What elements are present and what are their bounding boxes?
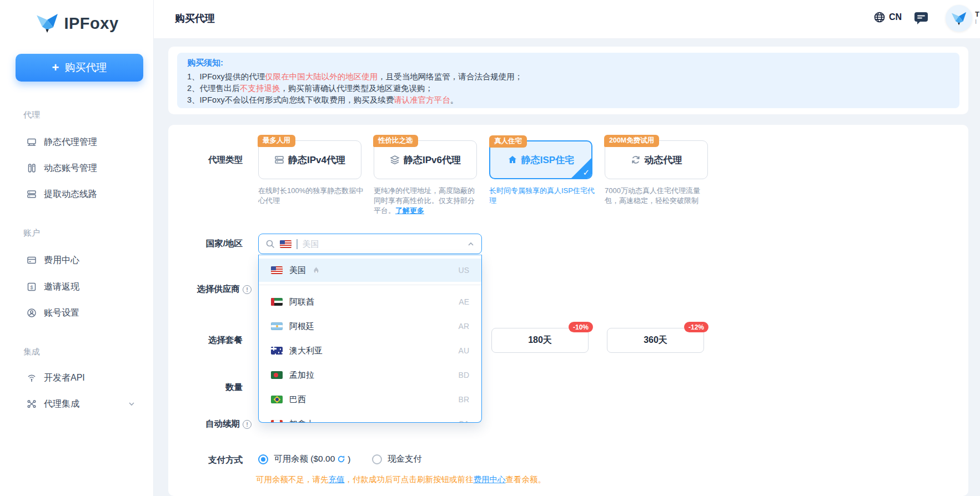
country-option-ca[interactable]: 加拿大 CA (259, 412, 481, 423)
main-content: 购买须知: 1、IPFoxy提供的代理仅限在中国大陆以外的地区使用，且受当地网络… (154, 39, 980, 496)
refresh-icon[interactable] (337, 455, 345, 463)
sidebar-item-invite-rebate[interactable]: $ 邀请返现 (27, 278, 143, 296)
country-option-au[interactable]: 澳大利亚 AU (259, 338, 481, 363)
country-option-ae[interactable]: 阿联酋 AE (259, 290, 481, 314)
sidebar-item-label: 账号设置 (44, 307, 79, 319)
proxy-type-name: 动态代理 (645, 154, 682, 166)
sidebar-item-label: 提取动态线路 (44, 189, 97, 200)
balance-option-label: 可用余额 ($0.00 ) (274, 453, 350, 465)
text-cursor (296, 239, 298, 249)
sidebar-item-static-proxy-mgmt[interactable]: 静态代理管理 (27, 133, 143, 151)
sidebar-item-label: 开发者API (44, 372, 85, 384)
sidebar-section-account: 账户 (23, 228, 40, 239)
fox-logo-icon (35, 13, 59, 33)
language-switcher[interactable]: CN (873, 11, 902, 23)
proxy-type-static-ipv4[interactable]: 最多人用 静态IPv4代理 (258, 140, 361, 179)
card-icon (27, 255, 37, 265)
country-option-ar[interactable]: 阿根廷 AR (259, 314, 481, 338)
plan-360-days[interactable]: 360天 -12% (607, 328, 704, 353)
country-option-bd[interactable]: 孟加拉 BD (259, 363, 481, 387)
label-quantity: 数量 (168, 382, 243, 393)
language-code: CN (889, 12, 902, 22)
clipped-user-text: T I (975, 10, 980, 32)
label-auto-renew: 自动续期 ! (168, 418, 252, 430)
chat-icon (913, 11, 929, 26)
sidebar-item-billing-center[interactable]: 费用中心 (27, 251, 143, 269)
brand-logo[interactable]: IPFoxy (0, 13, 154, 33)
brand-name: IPFoxy (64, 14, 118, 33)
info-icon[interactable]: ! (243, 285, 252, 294)
user-avatar[interactable] (946, 5, 972, 32)
info-icon[interactable]: ! (243, 420, 252, 429)
ae-flag-icon (271, 298, 283, 306)
label-region: 国家/地区 (168, 238, 243, 250)
search-icon (265, 239, 275, 249)
discount-badge: -12% (684, 322, 708, 332)
sidebar-item-extract-dynamic-lines[interactable]: 提取动态线路 (27, 185, 143, 203)
learn-more-link[interactable]: 了解更多 (395, 206, 424, 215)
ribbon-badge: 性价比之选 (373, 135, 418, 147)
sidebar-item-account-settings[interactable]: 账号设置 (27, 304, 143, 322)
proxy-type-name: 静态ISP住宅 (521, 154, 574, 166)
proxy-type-static-ipv6[interactable]: 性价比之选 静态IPv6代理 (374, 140, 477, 179)
payment-balance-option[interactable]: 可用余额 ($0.00 ) (258, 453, 350, 465)
country-dropdown: 美国 US 阿联酋 AE 阿根廷 AR (258, 255, 482, 423)
recharge-link[interactable]: 充值 (329, 475, 345, 484)
ar-flag-icon (271, 322, 283, 330)
proxy-type-static-isp[interactable]: 真人住宅 静态ISP住宅 ✓ (489, 140, 592, 179)
country-option-us[interactable]: 美国 US (259, 259, 481, 282)
ribbon-badge: 真人住宅 (489, 135, 527, 148)
radio-unselected-icon[interactable] (372, 454, 382, 464)
sidebar-item-developer-api[interactable]: 开发者API (27, 369, 143, 387)
cash-option-label: 现金支付 (388, 453, 422, 465)
plan-180-days[interactable]: 180天 -10% (491, 328, 589, 353)
page-title: 购买代理 (175, 12, 215, 25)
proxy-type-name: 静态IPv6代理 (404, 154, 461, 166)
sidebar-item-label: 动态账号管理 (44, 163, 97, 174)
server-stack-icon (274, 155, 284, 165)
radio-selected-icon[interactable] (258, 454, 268, 464)
billing-center-link[interactable]: 费用中心 (474, 475, 506, 484)
us-flag-icon (280, 240, 292, 248)
sidebar-item-label: 邀请返现 (44, 281, 79, 293)
sidebar: IPFoxy + 购买代理 代理 静态代理管理 动态账号管理 提取动态线路 账户… (0, 0, 154, 496)
au-flag-icon (271, 347, 283, 355)
proxy-type-name: 静态IPv4代理 (288, 154, 345, 166)
sidebar-item-dynamic-account-mgmt[interactable]: 动态账号管理 (27, 159, 143, 177)
payment-cash-option[interactable]: 现金支付 (372, 453, 422, 465)
proxy-type-desc: 长时间专属独享的真人ISP住宅代理 (489, 186, 596, 206)
svg-text:$: $ (30, 285, 33, 290)
balance-warning: 可用余额不足，请先充值，付款成功后可点击刷新按钮或前往费用中心查看余额。 (256, 474, 546, 485)
region-search-input[interactable] (303, 239, 463, 249)
country-option-br[interactable]: 巴西 BR (259, 387, 481, 412)
chevron-up-icon[interactable] (467, 240, 475, 248)
device-icon (27, 137, 37, 147)
buy-proxy-button[interactable]: + 购买代理 (16, 54, 143, 82)
flame-icon (313, 266, 320, 274)
label-provider: 选择供应商 ! (168, 284, 252, 295)
integration-nodes-icon (27, 399, 37, 409)
check-icon: ✓ (582, 168, 590, 178)
sidebar-item-label: 静态代理管理 (44, 136, 97, 148)
br-flag-icon (271, 396, 283, 403)
purchase-notice-card: 购买须知: 1、IPFoxy提供的代理仅限在中国大陆以外的地区使用，且受当地网络… (168, 47, 968, 114)
label-proxy-type: 代理类型 (168, 154, 243, 166)
proxy-type-dynamic[interactable]: 200M免费试用 动态代理 (605, 140, 708, 179)
bd-flag-icon (271, 371, 283, 379)
globe-icon (873, 11, 886, 23)
proxy-type-desc: 更纯净的代理地址，高度隐蔽的同时享有高性价比。仅支持部分平台。了解更多 (374, 186, 480, 216)
sidebar-item-label: 费用中心 (44, 255, 79, 266)
dollar-square-icon: $ (27, 282, 37, 292)
chevron-down-icon[interactable] (128, 400, 135, 408)
notice-title: 购买须知: (187, 58, 949, 68)
divider (259, 285, 481, 285)
home-icon (507, 155, 517, 165)
rotate-icon (631, 155, 641, 165)
region-select[interactable] (258, 234, 482, 254)
proxy-type-desc: 7000万动态真人住宅代理流量包，高速稳定，轻松突破限制 (605, 186, 711, 206)
plus-icon: + (52, 62, 59, 74)
purchase-notice: 购买须知: 1、IPFoxy提供的代理仅限在中国大陆以外的地区使用，且受当地网络… (177, 53, 959, 108)
sidebar-item-proxy-integration[interactable]: 代理集成 (27, 395, 143, 413)
messages-button[interactable] (913, 11, 929, 28)
ribbon-badge: 最多人用 (258, 135, 295, 147)
